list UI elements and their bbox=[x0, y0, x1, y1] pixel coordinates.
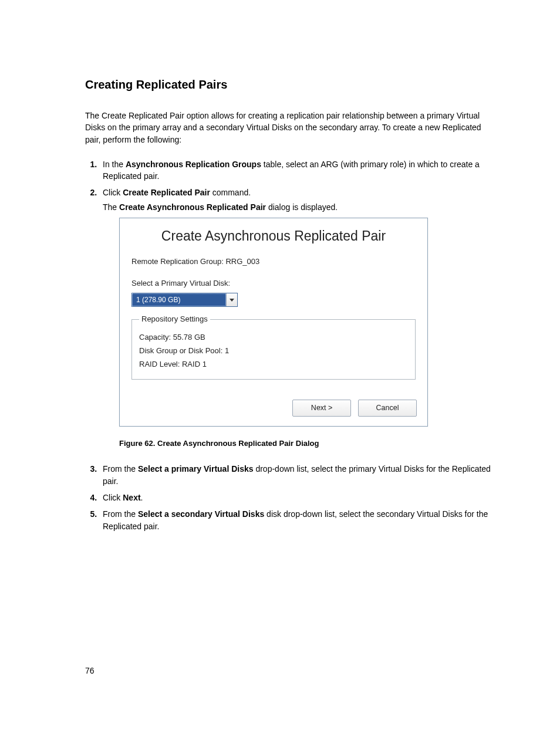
dialog-button-row: Next > Cancel bbox=[120, 390, 427, 425]
section-heading: Creating Replicated Pairs bbox=[85, 76, 492, 93]
dialog-title: Create Asynchronous Replicated Pair bbox=[120, 218, 427, 252]
repository-settings-legend: Repository Settings bbox=[139, 314, 210, 325]
step-5-text-pre: From the bbox=[103, 509, 138, 519]
step-3-bold: Select a primary Virtual Disks bbox=[138, 464, 254, 474]
step-4: Click Next. bbox=[99, 492, 492, 503]
svg-marker-0 bbox=[230, 299, 234, 302]
step-2-sub-post: dialog is displayed. bbox=[266, 202, 338, 212]
step-2-text-pre: Click bbox=[103, 188, 123, 197]
step-2-bold: Create Replicated Pair bbox=[123, 188, 210, 197]
dropdown-selected-value: 1 (278.90 GB) bbox=[132, 293, 226, 306]
step-2-sub-bold: Create Asynchronous Replicated Pair bbox=[119, 202, 266, 212]
capacity-value: Capacity: 55.78 GB bbox=[139, 332, 408, 343]
step-1-text-pre: In the bbox=[103, 160, 126, 169]
primary-virtual-disk-dropdown[interactable]: 1 (278.90 GB) bbox=[131, 293, 238, 307]
step-2-subline: The Create Asynchronous Replicated Pair … bbox=[103, 201, 492, 213]
document-page: Creating Replicated Pairs The Create Rep… bbox=[0, 0, 560, 744]
repository-settings-group: Repository Settings Capacity: 55.78 GB D… bbox=[131, 314, 416, 380]
intro-paragraph: The Create Replicated Pair option allows… bbox=[85, 110, 492, 146]
step-2-text-post: command. bbox=[210, 188, 251, 197]
step-2: Click Create Replicated Pair command. Th… bbox=[99, 187, 492, 449]
step-5: From the Select a secondary Virtual Disk… bbox=[99, 508, 492, 532]
step-3-text-pre: From the bbox=[103, 464, 138, 474]
step-4-text-post: . bbox=[141, 493, 143, 502]
figure-caption: Figure 62. Create Asynchronous Replicate… bbox=[119, 438, 492, 449]
select-primary-label: Select a Primary Virtual Disk: bbox=[131, 278, 416, 289]
step-4-text-pre: Click bbox=[103, 493, 123, 502]
chevron-down-icon bbox=[226, 293, 237, 306]
remote-group-label: Remote Replication Group: RRG_003 bbox=[131, 256, 416, 268]
step-4-bold: Next bbox=[123, 493, 140, 502]
steps-list: In the Asynchronous Replication Groups t… bbox=[85, 158, 492, 532]
step-5-bold: Select a secondary Virtual Disks bbox=[138, 509, 264, 519]
dialog-body: Remote Replication Group: RRG_003 Select… bbox=[120, 252, 427, 390]
disk-group-value: Disk Group or Disk Pool: 1 bbox=[139, 346, 408, 357]
raid-level-value: RAID Level: RAID 1 bbox=[139, 359, 408, 370]
cancel-button[interactable]: Cancel bbox=[358, 400, 417, 416]
step-1-bold: Asynchronous Replication Groups bbox=[126, 160, 261, 169]
dialog-window: Create Asynchronous Replicated Pair Remo… bbox=[119, 218, 428, 427]
page-number: 76 bbox=[85, 665, 95, 677]
step-3: From the Select a primary Virtual Disks … bbox=[99, 463, 492, 487]
step-2-sub-pre: The bbox=[103, 202, 119, 212]
next-button[interactable]: Next > bbox=[292, 400, 351, 416]
step-1: In the Asynchronous Replication Groups t… bbox=[99, 158, 492, 182]
